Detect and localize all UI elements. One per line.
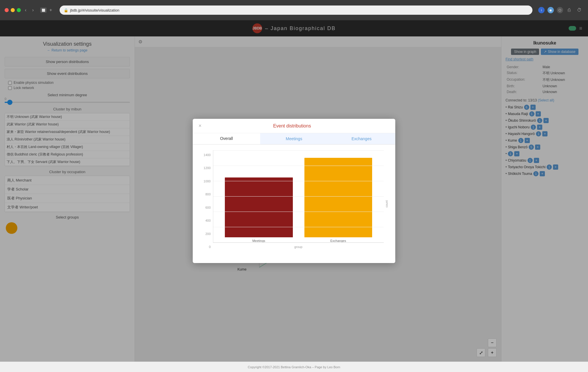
bar-group-exchanges: Exchanges: [304, 153, 372, 243]
y-axis-label: count: [385, 200, 388, 207]
new-tab-button[interactable]: +: [48, 6, 54, 14]
y-label: 800: [205, 193, 211, 196]
tab-overall[interactable]: Overall: [193, 133, 260, 144]
forward-button[interactable]: ›: [30, 6, 35, 14]
chart-bars-area: Meetings Exchanges: [213, 150, 384, 243]
bar-meetings: [225, 177, 293, 237]
address-bar[interactable]: 🔒 jbdb.jp/#/vissuite/visualization: [60, 5, 532, 15]
ext-icon-2: ◉: [547, 7, 554, 13]
maximize-traffic-light[interactable]: [17, 8, 21, 12]
modal-overlay[interactable]: × Event distributions Overall Meetings E…: [0, 20, 588, 362]
tab-meetings[interactable]: Meetings: [260, 133, 328, 144]
bar-label-meetings: Meetings: [252, 239, 265, 243]
bar-label-exchanges: Exchanges: [330, 239, 346, 243]
y-axis-label-container: count: [384, 150, 389, 257]
chart-wrapper: 1400 1200 1000 800 600 400 200 0: [199, 150, 389, 257]
modal-header: × Event distributions: [193, 119, 395, 133]
browser-chrome: ‹ › ⬜ + 🔒 jbdb.jp/#/vissuite/visualizati…: [0, 0, 588, 20]
ext-icon-3: ⬡: [557, 7, 563, 13]
footer: Copyright ©2017-2021 Bettina Gramlich-Ok…: [0, 362, 588, 372]
bar-group-meetings: Meetings: [225, 153, 293, 243]
y-label: 0: [209, 245, 211, 249]
y-label: 600: [205, 206, 211, 209]
x-axis-label: group: [213, 245, 384, 249]
ext-icon-1: i: [538, 7, 545, 13]
minimize-traffic-light[interactable]: [11, 8, 15, 12]
chart-main: Meetings Exchanges group: [213, 150, 384, 257]
browser-icons: i ◉ ⬡ ⎙ ⏱: [538, 6, 583, 14]
share-button[interactable]: ⎙: [566, 6, 572, 14]
tab-exchanges[interactable]: Exchanges: [328, 133, 395, 144]
copyright-text: Copyright ©2017-2021 Bettina Gramlich-Ok…: [248, 365, 340, 369]
y-label: 1400: [204, 153, 211, 157]
y-axis: 1400 1200 1000 800 600 400 200 0: [199, 150, 213, 257]
bar-exchanges: [304, 158, 372, 237]
gridline: [213, 150, 384, 151]
back-button[interactable]: ‹: [23, 6, 28, 14]
modal-close-button[interactable]: ×: [199, 123, 202, 129]
y-label: 1000: [204, 179, 211, 183]
y-label: 200: [205, 232, 211, 236]
lock-icon: 🔒: [64, 8, 68, 12]
traffic-lights: [5, 8, 21, 12]
y-label: 1200: [204, 166, 211, 170]
y-label: 400: [205, 219, 211, 222]
modal-tabs: Overall Meetings Exchanges: [193, 133, 395, 145]
tab-icon: ⬜: [40, 8, 47, 13]
close-traffic-light[interactable]: [5, 8, 9, 12]
url-text: jbdb.jp/#/vissuite/visualization: [70, 8, 120, 12]
event-distributions-modal: × Event distributions Overall Meetings E…: [193, 119, 395, 263]
tab-area: ⬜ +: [40, 6, 54, 14]
history-button[interactable]: ⏱: [575, 6, 583, 14]
modal-title: Event distributions: [202, 123, 383, 129]
modal-body: 1400 1200 1000 800 600 400 200 0: [193, 145, 395, 263]
